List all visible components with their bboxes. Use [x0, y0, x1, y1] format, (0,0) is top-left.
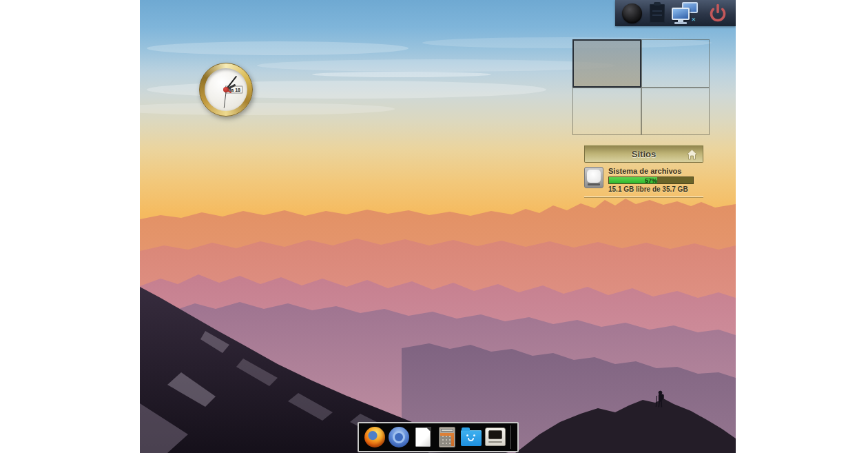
filesystem-info: Sistema de archivos 57% 15.1 GB libre de…	[608, 167, 703, 193]
volume-orb-icon[interactable]	[622, 3, 642, 23]
file-manager-icon[interactable]	[461, 426, 482, 448]
desktop: ✕ Sitios Sistem	[140, 0, 736, 453]
clock-hub	[223, 87, 229, 92]
workspace-3[interactable]	[572, 88, 641, 136]
disk-usage-bar: 57%	[608, 177, 694, 184]
text-document-icon[interactable]	[413, 426, 433, 448]
top-panel: ✕	[615, 0, 736, 26]
power-icon[interactable]	[707, 2, 729, 24]
monitor-disconnect-mark: ✕	[691, 17, 696, 23]
clipboard-icon[interactable]	[650, 4, 665, 23]
firefox-icon[interactable]	[364, 426, 385, 448]
dock	[358, 422, 519, 452]
places-title: Sitios	[632, 149, 656, 159]
workspace-1[interactable]	[572, 39, 641, 88]
workspace-2[interactable]	[641, 39, 710, 88]
screen: ✕ Sitios Sistem	[0, 0, 868, 453]
analog-clock-widget[interactable]: Ma 18	[199, 63, 253, 117]
chromium-icon[interactable]	[389, 426, 409, 448]
usage-percent-label: 57%	[609, 177, 693, 183]
places-widget: Sitios Sistema de archivos 57% 15.1 GB l…	[584, 145, 703, 197]
monitor-front	[672, 8, 690, 20]
dock-separator	[510, 425, 511, 449]
free-space-label: 15.1 GB libre de 35.7 GB	[608, 185, 703, 193]
home-icon[interactable]	[686, 149, 698, 160]
places-header[interactable]: Sitios	[584, 145, 703, 163]
monitor-base	[674, 22, 687, 24]
workspace-pager	[572, 39, 710, 135]
filesystem-item[interactable]: Sistema de archivos 57% 15.1 GB libre de…	[584, 163, 703, 193]
clock-face: Ma 18	[205, 68, 247, 111]
computer-icon[interactable]	[485, 426, 506, 448]
workspace-4[interactable]	[641, 88, 710, 136]
hard-drive-icon	[584, 167, 603, 188]
filesystem-label: Sistema de archivos	[608, 167, 703, 175]
calculator-icon[interactable]	[437, 426, 457, 448]
display-monitors-icon[interactable]: ✕	[672, 2, 699, 24]
places-separator	[584, 197, 703, 197]
